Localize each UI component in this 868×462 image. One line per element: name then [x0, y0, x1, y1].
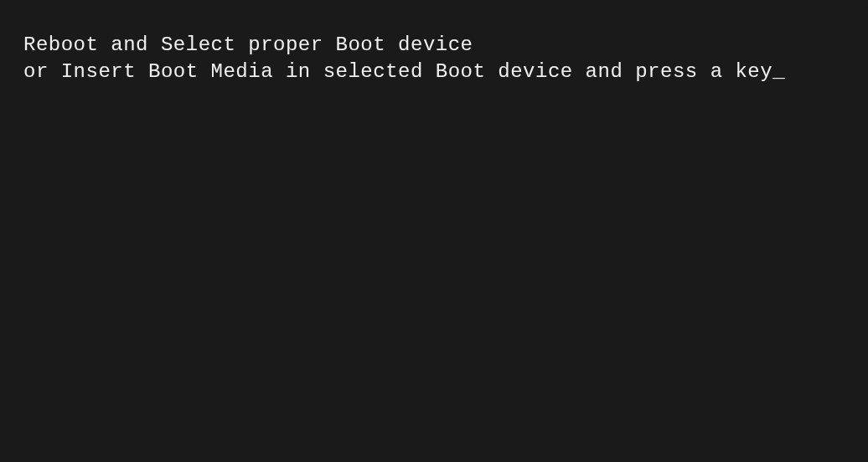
bios-message-line-2: or Insert Boot Media in selected Boot de… [23, 59, 845, 85]
bios-message-line-1: Reboot and Select proper Boot device [23, 32, 845, 59]
bios-message-line-2-text: or Insert Boot Media in selected Boot de… [23, 60, 772, 83]
text-cursor: _ [772, 59, 785, 85]
bios-screen[interactable]: Reboot and Select proper Boot device or … [0, 0, 868, 462]
